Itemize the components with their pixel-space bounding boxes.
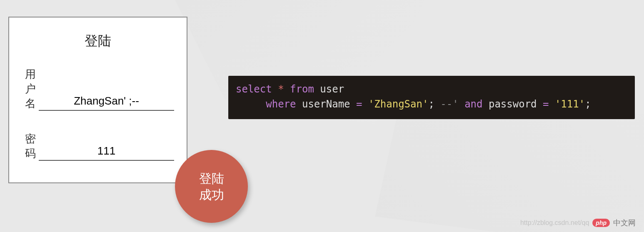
sql-table: user (320, 83, 344, 95)
watermark-url: http://zblog.csdn.net/qq (520, 219, 589, 227)
password-row: 密码 (22, 132, 174, 161)
sql-keyword-and: and (464, 98, 482, 110)
sql-star: * (278, 83, 284, 95)
sql-keyword-select: select (236, 83, 272, 95)
badge-line2: 成功 (199, 187, 224, 203)
password-label: 密码 (22, 132, 39, 161)
sql-val-pass: '111' (555, 98, 585, 110)
sql-semi2: ; (585, 98, 591, 110)
username-input[interactable] (39, 95, 174, 111)
sql-val-user: 'ZhangSan' (368, 98, 429, 110)
watermark: http://zblog.csdn.net/qq php 中文网 (520, 218, 636, 228)
watermark-logo: php (592, 219, 610, 227)
sql-eq2: = (543, 98, 549, 110)
sql-col-user: userName (302, 98, 350, 110)
password-input[interactable] (39, 145, 174, 161)
badge-line1: 登陆 (199, 170, 224, 187)
login-form: 登陆 用户名 密码 (8, 17, 187, 183)
sql-keyword-from: from (290, 83, 314, 95)
watermark-text: 中文网 (613, 218, 636, 228)
sql-code-block: select * from user where userName = 'Zha… (228, 76, 635, 119)
sql-semi: ; (428, 98, 434, 110)
username-row: 用户名 (22, 67, 174, 111)
sql-keyword-where: where (266, 98, 296, 110)
login-title: 登陆 (22, 32, 174, 50)
login-success-badge: 登陆 成功 (175, 150, 248, 223)
sql-col-pass: password (489, 98, 537, 110)
sql-eq: = (356, 98, 362, 110)
sql-comment: --' (440, 98, 458, 110)
sql-indent (236, 98, 266, 110)
username-label: 用户名 (22, 67, 39, 111)
